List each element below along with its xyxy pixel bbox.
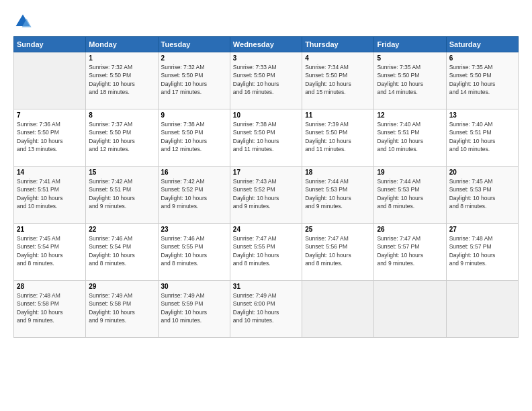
calendar-header: SundayMondayTuesdayWednesdayThursdayFrid… (14, 37, 519, 52)
calendar-cell: 24Sunrise: 7:47 AM Sunset: 5:55 PM Dayli… (230, 224, 302, 281)
day-info: Sunrise: 7:35 AM Sunset: 5:50 PM Dayligh… (449, 63, 515, 96)
calendar-cell: 27Sunrise: 7:48 AM Sunset: 5:57 PM Dayli… (446, 224, 518, 281)
day-number: 20 (449, 169, 515, 176)
day-info: Sunrise: 7:32 AM Sunset: 5:50 PM Dayligh… (161, 63, 227, 96)
week-row-3: 21Sunrise: 7:45 AM Sunset: 5:54 PM Dayli… (14, 224, 519, 281)
day-number: 29 (89, 283, 154, 290)
calendar-cell: 4Sunrise: 7:34 AM Sunset: 5:50 PM Daylig… (302, 52, 374, 109)
day-number: 3 (233, 54, 299, 62)
week-row-2: 14Sunrise: 7:41 AM Sunset: 5:51 PM Dayli… (14, 167, 519, 224)
day-number: 21 (17, 226, 83, 233)
day-number: 1 (89, 54, 154, 62)
day-info: Sunrise: 7:42 AM Sunset: 5:51 PM Dayligh… (89, 177, 154, 210)
calendar-cell: 21Sunrise: 7:45 AM Sunset: 5:54 PM Dayli… (14, 224, 86, 281)
week-row-0: 1Sunrise: 7:32 AM Sunset: 5:50 PM Daylig… (14, 52, 519, 109)
day-number: 23 (161, 226, 227, 233)
day-info: Sunrise: 7:34 AM Sunset: 5:50 PM Dayligh… (305, 63, 371, 96)
day-info: Sunrise: 7:49 AM Sunset: 5:58 PM Dayligh… (89, 291, 154, 324)
page: SundayMondayTuesdayWednesdayThursdayFrid… (0, 0, 532, 411)
day-header-tuesday: Tuesday (158, 37, 230, 52)
calendar-cell: 13Sunrise: 7:40 AM Sunset: 5:51 PM Dayli… (446, 109, 518, 167)
calendar-cell: 25Sunrise: 7:47 AM Sunset: 5:56 PM Dayli… (302, 224, 374, 281)
day-number: 30 (161, 283, 227, 290)
calendar-cell: 31Sunrise: 7:49 AM Sunset: 6:00 PM Dayli… (230, 281, 302, 338)
day-number: 2 (161, 54, 227, 62)
day-header-wednesday: Wednesday (230, 37, 302, 52)
day-info: Sunrise: 7:39 AM Sunset: 5:50 PM Dayligh… (305, 120, 371, 153)
header (13, 12, 519, 31)
day-info: Sunrise: 7:33 AM Sunset: 5:50 PM Dayligh… (233, 63, 299, 96)
calendar-cell: 30Sunrise: 7:49 AM Sunset: 5:59 PM Dayli… (158, 281, 230, 338)
header-row: SundayMondayTuesdayWednesdayThursdayFrid… (14, 37, 519, 52)
day-number: 24 (233, 226, 299, 233)
day-header-thursday: Thursday (302, 37, 374, 52)
day-number: 18 (305, 169, 371, 176)
day-info: Sunrise: 7:37 AM Sunset: 5:50 PM Dayligh… (89, 120, 154, 153)
calendar-cell (14, 52, 86, 109)
day-number: 5 (377, 54, 443, 62)
calendar-cell: 8Sunrise: 7:37 AM Sunset: 5:50 PM Daylig… (86, 109, 158, 167)
calendar-cell: 6Sunrise: 7:35 AM Sunset: 5:50 PM Daylig… (446, 52, 518, 109)
day-header-monday: Monday (86, 37, 158, 52)
day-number: 10 (233, 111, 299, 119)
day-header-sunday: Sunday (14, 37, 86, 52)
week-row-1: 7Sunrise: 7:36 AM Sunset: 5:50 PM Daylig… (14, 109, 519, 167)
day-info: Sunrise: 7:32 AM Sunset: 5:50 PM Dayligh… (89, 63, 154, 96)
day-number: 14 (17, 169, 83, 176)
day-info: Sunrise: 7:42 AM Sunset: 5:52 PM Dayligh… (161, 177, 227, 210)
day-header-saturday: Saturday (446, 37, 518, 52)
day-info: Sunrise: 7:45 AM Sunset: 5:53 PM Dayligh… (449, 177, 515, 210)
day-info: Sunrise: 7:46 AM Sunset: 5:54 PM Dayligh… (89, 234, 154, 267)
day-number: 16 (161, 169, 227, 176)
day-info: Sunrise: 7:40 AM Sunset: 5:51 PM Dayligh… (377, 120, 443, 153)
day-info: Sunrise: 7:47 AM Sunset: 5:55 PM Dayligh… (233, 234, 299, 267)
calendar-cell: 29Sunrise: 7:49 AM Sunset: 5:58 PM Dayli… (86, 281, 158, 338)
calendar-cell: 19Sunrise: 7:44 AM Sunset: 5:53 PM Dayli… (374, 167, 446, 224)
day-number: 8 (89, 111, 154, 119)
day-number: 17 (233, 169, 299, 176)
calendar-cell: 28Sunrise: 7:48 AM Sunset: 5:58 PM Dayli… (14, 281, 86, 338)
day-number: 7 (17, 111, 83, 119)
calendar-cell: 1Sunrise: 7:32 AM Sunset: 5:50 PM Daylig… (86, 52, 158, 109)
calendar-table: SundayMondayTuesdayWednesdayThursdayFrid… (13, 36, 519, 338)
calendar-cell: 9Sunrise: 7:38 AM Sunset: 5:50 PM Daylig… (158, 109, 230, 167)
day-info: Sunrise: 7:48 AM Sunset: 5:57 PM Dayligh… (449, 234, 515, 267)
day-header-friday: Friday (374, 37, 446, 52)
day-info: Sunrise: 7:45 AM Sunset: 5:54 PM Dayligh… (17, 234, 83, 267)
day-number: 22 (89, 226, 154, 233)
day-info: Sunrise: 7:49 AM Sunset: 5:59 PM Dayligh… (161, 291, 227, 324)
calendar-cell (446, 281, 518, 338)
day-info: Sunrise: 7:40 AM Sunset: 5:51 PM Dayligh… (449, 120, 515, 153)
calendar-cell: 3Sunrise: 7:33 AM Sunset: 5:50 PM Daylig… (230, 52, 302, 109)
day-info: Sunrise: 7:44 AM Sunset: 5:53 PM Dayligh… (377, 177, 443, 210)
day-number: 28 (17, 283, 83, 290)
calendar-cell: 2Sunrise: 7:32 AM Sunset: 5:50 PM Daylig… (158, 52, 230, 109)
day-info: Sunrise: 7:43 AM Sunset: 5:52 PM Dayligh… (233, 177, 299, 210)
logo (13, 12, 35, 31)
calendar-cell: 26Sunrise: 7:47 AM Sunset: 5:57 PM Dayli… (374, 224, 446, 281)
day-number: 27 (449, 226, 515, 233)
logo-icon (13, 12, 32, 31)
calendar-cell: 18Sunrise: 7:44 AM Sunset: 5:53 PM Dayli… (302, 167, 374, 224)
day-info: Sunrise: 7:46 AM Sunset: 5:55 PM Dayligh… (161, 234, 227, 267)
calendar-cell: 12Sunrise: 7:40 AM Sunset: 5:51 PM Dayli… (374, 109, 446, 167)
day-info: Sunrise: 7:36 AM Sunset: 5:50 PM Dayligh… (17, 120, 83, 153)
calendar-cell: 15Sunrise: 7:42 AM Sunset: 5:51 PM Dayli… (86, 167, 158, 224)
day-info: Sunrise: 7:48 AM Sunset: 5:58 PM Dayligh… (17, 291, 83, 324)
calendar-cell: 16Sunrise: 7:42 AM Sunset: 5:52 PM Dayli… (158, 167, 230, 224)
day-number: 15 (89, 169, 154, 176)
calendar-cell: 17Sunrise: 7:43 AM Sunset: 5:52 PM Dayli… (230, 167, 302, 224)
calendar-cell: 11Sunrise: 7:39 AM Sunset: 5:50 PM Dayli… (302, 109, 374, 167)
day-number: 26 (377, 226, 443, 233)
day-number: 13 (449, 111, 515, 119)
calendar-cell: 20Sunrise: 7:45 AM Sunset: 5:53 PM Dayli… (446, 167, 518, 224)
calendar-cell: 22Sunrise: 7:46 AM Sunset: 5:54 PM Dayli… (86, 224, 158, 281)
day-info: Sunrise: 7:35 AM Sunset: 5:50 PM Dayligh… (377, 63, 443, 96)
day-number: 31 (233, 283, 299, 290)
calendar-cell: 23Sunrise: 7:46 AM Sunset: 5:55 PM Dayli… (158, 224, 230, 281)
day-info: Sunrise: 7:38 AM Sunset: 5:50 PM Dayligh… (161, 120, 227, 153)
day-number: 6 (449, 54, 515, 62)
calendar-cell (374, 281, 446, 338)
calendar-cell: 10Sunrise: 7:38 AM Sunset: 5:50 PM Dayli… (230, 109, 302, 167)
week-row-4: 28Sunrise: 7:48 AM Sunset: 5:58 PM Dayli… (14, 281, 519, 338)
